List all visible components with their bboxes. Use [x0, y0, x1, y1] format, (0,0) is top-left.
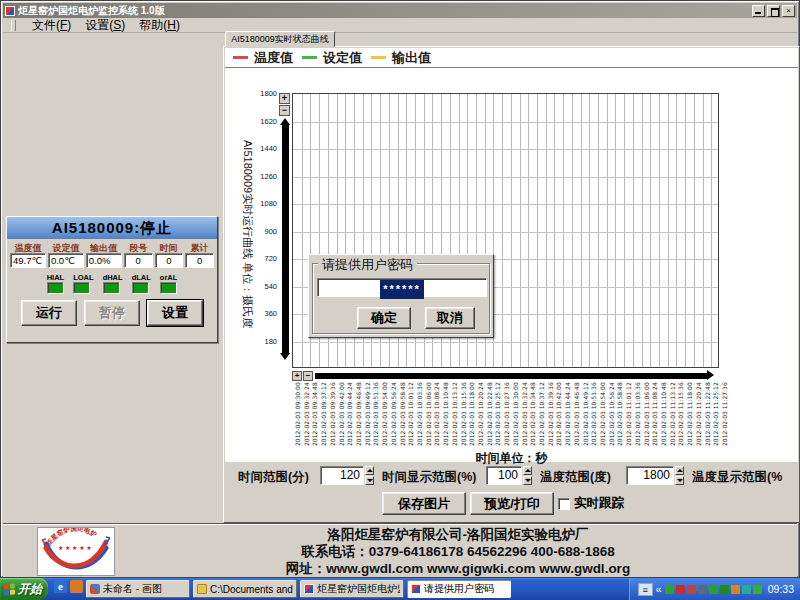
spinner-up-icon[interactable] [523, 466, 532, 475]
menu-item-h[interactable]: 帮助(H) [139, 17, 180, 34]
gridline-vertical [668, 94, 669, 367]
gridline-vertical [554, 94, 555, 367]
ie-icon[interactable]: e [54, 580, 67, 593]
menu-item-s[interactable]: 设置(S) [85, 17, 125, 34]
tab-realtime-curve[interactable]: AI5180009实时状态曲线 [225, 31, 335, 47]
x-tick-label: 2012-02-03 09:56:24 [390, 380, 399, 446]
menu-item-f[interactable]: 文件(F) [32, 17, 71, 34]
app-icon [5, 6, 15, 16]
x-tick-label: 2012-02-03 11:01:12 [625, 380, 634, 446]
media-player-icon[interactable] [70, 580, 83, 593]
vertical-zoom-out-button[interactable]: − [279, 105, 290, 116]
legend-item: 温度值 [233, 49, 293, 67]
spinner-up-icon[interactable] [675, 466, 684, 475]
time-range-spinner[interactable]: 120 [320, 466, 374, 485]
spinner-down-icon[interactable] [365, 476, 374, 485]
antivirus-icon[interactable] [665, 585, 674, 594]
spinner-down-icon[interactable] [523, 476, 532, 485]
start-button[interactable]: 开始 [0, 578, 48, 600]
x-tick-label: 2012-02-03 10:03:36 [416, 380, 425, 446]
temp-range-value[interactable]: 1800 [626, 466, 674, 485]
status-ok-icon[interactable] [709, 585, 718, 594]
gridline-vertical [633, 94, 634, 367]
alarm-indicator-dlal: dLAL [132, 273, 151, 294]
ok-button[interactable]: 确定 [357, 307, 411, 329]
temp-display-range-label: 温度显示范围(% [692, 469, 782, 486]
taskbar-task[interactable]: 未命名 - 画图 [86, 580, 190, 598]
temp-range-spinner[interactable]: 1800 [626, 466, 684, 485]
update-icon[interactable] [753, 585, 762, 594]
field-value[interactable]: 0.0℃ [48, 253, 84, 268]
x-axis-ticks: 2012-02-03 09:30:002012-02-03 09:32:2420… [292, 376, 719, 446]
volume-muted-icon[interactable] [676, 585, 685, 594]
x-tick-label: 2012-02-03 10:10:48 [442, 380, 451, 446]
realtime-track-option[interactable]: 实时跟踪 [558, 495, 624, 512]
time-display-spinner[interactable]: 100 [486, 466, 532, 485]
y-tick-label: 1800 [260, 89, 277, 98]
start-label: 开始 [18, 581, 42, 598]
task-label: C:\Documents and Se... [210, 584, 293, 595]
time-display-value[interactable]: 100 [486, 466, 522, 485]
gridline-horizontal [293, 342, 718, 343]
x-tick-label: 2012-02-03 09:30:00 [294, 380, 303, 446]
time-display-range-label: 时间显示范围(%) [382, 469, 476, 486]
field-label: 设定值 [48, 242, 84, 253]
alarm-label: dHAL [103, 273, 123, 282]
x-tick-label: 2012-02-03 10:37:12 [538, 380, 547, 446]
taskbar-task[interactable]: C:\Documents and Se... [193, 580, 297, 598]
field-label: 段号 [124, 242, 153, 253]
setup-button[interactable]: 设置 [147, 300, 203, 326]
vertical-scrollbar[interactable] [282, 125, 289, 353]
legend-swatch [233, 56, 248, 59]
gridline-vertical [659, 94, 660, 367]
time-range-value[interactable]: 120 [320, 466, 364, 485]
vertical-scroll-down-arrow[interactable] [280, 353, 290, 360]
gridline-vertical [537, 94, 538, 367]
field-label: 时间 [155, 242, 184, 253]
svg-text:★ ★ ★ ★ ★: ★ ★ ★ ★ ★ [58, 545, 92, 551]
x-tick-label: 2012-02-03 09:46:48 [355, 380, 364, 446]
cancel-button[interactable]: 取消 [425, 307, 475, 329]
run-button[interactable]: 运行 [21, 300, 77, 326]
vertical-zoom-in-button[interactable]: + [279, 93, 290, 104]
document-tray-icon[interactable] [731, 585, 740, 594]
gridline-vertical [615, 94, 616, 367]
taskbar-task[interactable]: 请提供用户密码 [407, 580, 511, 598]
spinner-up-icon[interactable] [365, 466, 374, 475]
gridline-vertical [589, 94, 590, 367]
vertical-scroll-up-arrow[interactable] [280, 118, 290, 125]
field-value[interactable]: 0.0% [86, 253, 122, 268]
audio-muted-icon[interactable] [687, 585, 696, 594]
password-input[interactable]: ****** [317, 278, 487, 297]
signal-strength-icon[interactable] [698, 585, 707, 594]
main-window: 炬星窑炉国炬电炉监控系统 1.0版 × 文件(F)设置(S)帮助(H) AI51… [0, 0, 800, 578]
alarm-label: LOAL [73, 273, 93, 282]
gridline-vertical [711, 94, 712, 367]
x-tick-label: 2012-02-03 10:18:00 [468, 380, 477, 446]
y-tick-label: 1440 [260, 144, 277, 153]
field-value[interactable]: 0 [124, 253, 153, 268]
x-tick-label: 2012-02-03 10:44:24 [564, 380, 573, 446]
minimize-button[interactable] [752, 5, 765, 17]
field-value[interactable]: 0 [155, 253, 184, 268]
messenger-tray-icon[interactable] [742, 585, 751, 594]
x-tick-label: 2012-02-03 11:08:24 [651, 380, 660, 446]
x-tick-label: 2012-02-03 10:54:00 [599, 380, 608, 446]
alarm-label: orAL [160, 273, 178, 282]
restore-button[interactable] [767, 5, 780, 17]
realtime-track-checkbox[interactable] [558, 498, 570, 510]
status-fields: 温度值49.7℃设定值0.0℃输出值0.0%段号0时间0累计0 [7, 239, 217, 268]
realtime-track-label: 实时跟踪 [574, 495, 624, 512]
taskbar-task[interactable]: 炬星窑炉国炬电炉监... [300, 580, 404, 598]
field-value[interactable]: 49.7℃ [10, 253, 46, 268]
preview-print-button[interactable]: 预览/打印 [470, 492, 554, 515]
language-bar-icon[interactable]: ≡ [638, 583, 653, 596]
save-image-button[interactable]: 保存图片 [382, 492, 466, 515]
close-button[interactable]: × [782, 5, 795, 17]
x-tick-label: 2012-02-03 10:20:24 [477, 380, 486, 446]
shield-icon[interactable] [720, 585, 729, 594]
hide-icons-chevron[interactable]: « [656, 583, 662, 595]
field-value[interactable]: 0 [185, 253, 214, 268]
password-dialog-title: 请提供用户密码 [318, 256, 417, 274]
spinner-down-icon[interactable] [675, 476, 684, 485]
